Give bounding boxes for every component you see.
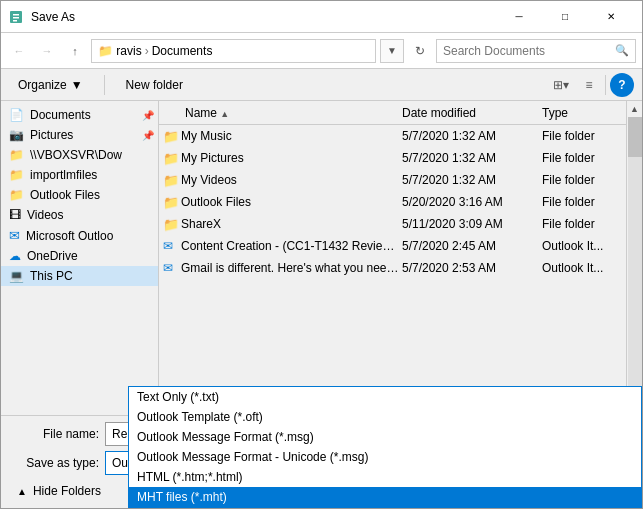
sidebar-item-outlookfiles[interactable]: 📁 Outlook Files bbox=[1, 185, 158, 205]
address-dropdown-button[interactable]: ▼ bbox=[380, 39, 404, 63]
title-bar: Save As ─ □ ✕ bbox=[1, 1, 642, 33]
dialog-title: Save As bbox=[31, 10, 496, 24]
file-date: 5/20/2020 3:16 AM bbox=[402, 195, 542, 209]
sidebar-item-vboxsvr[interactable]: 📁 \\VBOXSVR\Dow bbox=[1, 145, 158, 165]
vscroll-up-button[interactable]: ▲ bbox=[627, 101, 643, 117]
dropdown-item-oft[interactable]: Outlook Template (*.oft) bbox=[129, 407, 641, 427]
folder-icon: 📁 bbox=[163, 151, 181, 166]
folder-icon: 📁 bbox=[163, 129, 181, 144]
organize-button[interactable]: Organize ▼ bbox=[9, 74, 92, 96]
sidebar-item-onedrive-label: OneDrive bbox=[27, 249, 78, 263]
minimize-button[interactable]: ─ bbox=[496, 1, 542, 33]
vertical-scrollbar: ▲ ▼ bbox=[626, 101, 642, 415]
saveastype-label: Save as type: bbox=[9, 456, 99, 470]
dropdown-item-mht[interactable]: MHT files (*.mht) bbox=[129, 487, 641, 507]
help-button[interactable]: ? bbox=[610, 73, 634, 97]
table-row[interactable]: 📁 My Music 5/7/2020 1:32 AM File folder bbox=[159, 125, 626, 147]
file-date: 5/7/2020 1:32 AM bbox=[402, 151, 542, 165]
bottom-area: File name: Re Request to Review Customer… bbox=[1, 415, 642, 508]
view-toggle-button[interactable]: ⊞▾ bbox=[549, 73, 573, 97]
sidebar-item-importlm-label: importlmfiles bbox=[30, 168, 97, 182]
breadcrumb-folder-icon: 📁 bbox=[98, 44, 113, 58]
pictures-icon: 📷 bbox=[9, 128, 24, 142]
file-date: 5/7/2020 2:53 AM bbox=[402, 261, 542, 275]
table-row[interactable]: 📁 ShareX 5/11/2020 3:09 AM File folder bbox=[159, 213, 626, 235]
file-date: 5/7/2020 1:32 AM bbox=[402, 129, 542, 143]
sidebar-item-pictures[interactable]: 📷 Pictures 📌 bbox=[1, 125, 158, 145]
table-row[interactable]: ✉ Gmail is different. Here's what you ne… bbox=[159, 257, 626, 279]
file-name: My Pictures bbox=[181, 151, 402, 165]
sidebar-item-thispc-label: This PC bbox=[30, 269, 73, 283]
details-view-button[interactable]: ≡ bbox=[577, 73, 601, 97]
table-row[interactable]: ✉ Content Creation - (CC1-T1432 Review- … bbox=[159, 235, 626, 257]
onedrive-icon: ☁ bbox=[9, 249, 21, 263]
file-list-area: Name ▲ Date modified Type 📁 My Music 5/7… bbox=[159, 101, 626, 415]
sidebar-item-documents-label: Documents bbox=[30, 108, 91, 122]
folder-icon: 📁 bbox=[163, 217, 181, 232]
up-button[interactable]: ↑ bbox=[63, 39, 87, 63]
sidebar-item-videos[interactable]: 🎞 Videos bbox=[1, 205, 158, 225]
thispc-icon: 💻 bbox=[9, 269, 24, 283]
sidebar-item-videos-label: Videos bbox=[27, 208, 63, 222]
file-type: File folder bbox=[542, 151, 622, 165]
toolbar-separator-2 bbox=[605, 75, 606, 95]
organize-label: Organize bbox=[18, 78, 67, 92]
breadcrumb-documents: Documents bbox=[152, 44, 213, 58]
sidebar-item-outlookfiles-label: Outlook Files bbox=[30, 188, 100, 202]
svg-rect-2 bbox=[13, 17, 19, 19]
dropdown-item-msg-unicode[interactable]: Outlook Message Format - Unicode (*.msg) bbox=[129, 447, 641, 467]
folder-icon: 📁 bbox=[163, 173, 181, 188]
vscroll-track bbox=[628, 117, 642, 399]
sidebar-item-onedrive[interactable]: ☁ OneDrive bbox=[1, 246, 158, 266]
file-date: 5/7/2020 1:32 AM bbox=[402, 173, 542, 187]
table-row[interactable]: 📁 My Pictures 5/7/2020 1:32 AM File fold… bbox=[159, 147, 626, 169]
column-name[interactable]: Name ▲ bbox=[163, 106, 402, 120]
dropdown-item-txt[interactable]: Text Only (*.txt) bbox=[129, 387, 641, 407]
sidebar-item-thispc[interactable]: 💻 This PC bbox=[1, 266, 158, 286]
file-list-header: Name ▲ Date modified Type bbox=[159, 101, 626, 125]
table-row[interactable]: 📁 My Videos 5/7/2020 1:32 AM File folder bbox=[159, 169, 626, 191]
file-type: File folder bbox=[542, 173, 622, 187]
maximize-button[interactable]: □ bbox=[542, 1, 588, 33]
back-button[interactable]: ← bbox=[7, 39, 31, 63]
new-folder-label: New folder bbox=[126, 78, 183, 92]
column-type[interactable]: Type bbox=[542, 106, 622, 120]
column-date-modified[interactable]: Date modified bbox=[402, 106, 542, 120]
dropdown-item-html[interactable]: HTML (*.htm;*.html) bbox=[129, 467, 641, 487]
folder-icon: 📁 bbox=[163, 195, 181, 210]
sidebar-item-outlook[interactable]: ✉ Microsoft Outloo bbox=[1, 225, 158, 246]
videos-icon: 🎞 bbox=[9, 208, 21, 222]
table-row[interactable]: 📁 Outlook Files 5/20/2020 3:16 AM File f… bbox=[159, 191, 626, 213]
file-name: My Videos bbox=[181, 173, 402, 187]
svg-rect-3 bbox=[13, 20, 17, 22]
search-icon[interactable]: 🔍 bbox=[615, 44, 629, 57]
file-type: File folder bbox=[542, 217, 622, 231]
forward-button[interactable]: → bbox=[35, 39, 59, 63]
file-name: Outlook Files bbox=[181, 195, 402, 209]
dropdown-item-msg[interactable]: Outlook Message Format (*.msg) bbox=[129, 427, 641, 447]
documents-icon: 📄 bbox=[9, 108, 24, 122]
address-bar-row: ← → ↑ 📁 ravis › Documents ▼ ↻ 🔍 bbox=[1, 33, 642, 69]
close-button[interactable]: ✕ bbox=[588, 1, 634, 33]
sidebar-item-outlook-label: Microsoft Outloo bbox=[26, 229, 113, 243]
pin-icon-2: 📌 bbox=[142, 130, 154, 141]
new-folder-button[interactable]: New folder bbox=[117, 74, 192, 96]
search-input[interactable] bbox=[443, 44, 615, 58]
window-controls: ─ □ ✕ bbox=[496, 1, 634, 33]
importlm-icon: 📁 bbox=[9, 168, 24, 182]
sidebar-item-documents[interactable]: 📄 Documents 📌 bbox=[1, 105, 158, 125]
refresh-button[interactable]: ↻ bbox=[408, 39, 432, 63]
address-path[interactable]: 📁 ravis › Documents bbox=[91, 39, 376, 63]
file-type: Outlook It... bbox=[542, 261, 622, 275]
hide-folders-chevron-icon: ▲ bbox=[17, 486, 27, 497]
vboxsvr-icon: 📁 bbox=[9, 148, 24, 162]
sidebar-item-importlm[interactable]: 📁 importlmfiles bbox=[1, 165, 158, 185]
toolbar-row: Organize ▼ New folder ⊞▾ ≡ ? bbox=[1, 69, 642, 101]
hide-folders-label: Hide Folders bbox=[33, 484, 101, 498]
file-name: My Music bbox=[181, 129, 402, 143]
outlook-icon: ✉ bbox=[9, 228, 20, 243]
file-list-body: 📁 My Music 5/7/2020 1:32 AM File folder … bbox=[159, 125, 626, 399]
vscroll-thumb bbox=[628, 117, 642, 157]
file-name: ShareX bbox=[181, 217, 402, 231]
save-as-dialog: Save As ─ □ ✕ ← → ↑ 📁 ravis › Documents … bbox=[0, 0, 643, 509]
